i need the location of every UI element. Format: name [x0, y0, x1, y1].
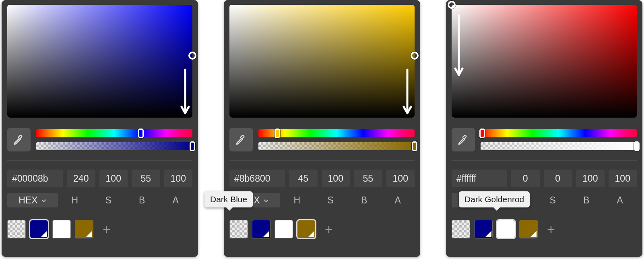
chevron-down-icon: [41, 195, 47, 206]
swatch-tooltip: Dark Goldenrod: [459, 191, 530, 207]
channel-label-a: A: [159, 193, 193, 207]
hex-input[interactable]: #8b6800: [229, 170, 285, 187]
swatch[interactable]: [75, 220, 93, 238]
channel-label-b: B: [125, 193, 159, 207]
color-picker-panel: #ffffff00100100HEXHSBAWhite+: [446, 0, 642, 257]
h-input[interactable]: 0: [511, 170, 540, 187]
eyedropper-button[interactable]: [7, 128, 31, 151]
channel-label-h: H: [280, 193, 314, 207]
chevron-down-icon: [263, 195, 269, 206]
swatch[interactable]: [297, 220, 316, 238]
channel-label-b: B: [570, 193, 603, 207]
s-input[interactable]: 100: [322, 170, 350, 187]
channel-label-b: B: [347, 193, 381, 207]
saturation-brightness-canvas[interactable]: [452, 5, 637, 118]
alpha-slider[interactable]: [36, 142, 192, 150]
hex-input[interactable]: #ffffff: [452, 170, 507, 187]
eyedropper-button[interactable]: [452, 128, 475, 151]
channel-label-s: S: [314, 193, 348, 207]
swatch[interactable]: [275, 220, 293, 238]
h-input[interactable]: 240: [67, 170, 95, 187]
b-input[interactable]: 55: [354, 170, 382, 187]
b-input[interactable]: 55: [132, 170, 160, 187]
color-picker-panel: #8b68004510055100HEXHSBADark Goldenrod+: [224, 0, 420, 257]
a-input[interactable]: 100: [164, 170, 193, 187]
color-mode-label: HEX: [19, 195, 37, 206]
swatch[interactable]: [452, 220, 470, 238]
swatch[interactable]: [497, 220, 515, 238]
swatches-row: +: [452, 220, 637, 238]
add-swatch-button[interactable]: +: [97, 220, 116, 238]
a-input[interactable]: 100: [386, 170, 415, 187]
channel-label-a: A: [603, 193, 637, 207]
alpha-slider-handle[interactable]: [634, 141, 640, 151]
swatch[interactable]: [229, 220, 248, 238]
h-input[interactable]: 45: [289, 170, 318, 187]
alpha-slider-handle[interactable]: [190, 141, 195, 151]
hue-slider-handle[interactable]: [138, 128, 144, 138]
swatch[interactable]: [252, 220, 270, 238]
swatch[interactable]: [52, 220, 71, 238]
color-picker-panel: #00008b24010055100HEXHSBADark Blue+: [2, 0, 198, 257]
hue-slider[interactable]: [258, 129, 415, 137]
color-mode-dropdown[interactable]: HEX: [7, 193, 58, 207]
hex-input[interactable]: #00008b: [7, 170, 63, 187]
s-input[interactable]: 100: [99, 170, 128, 187]
alpha-slider[interactable]: [481, 142, 637, 150]
add-swatch-button[interactable]: +: [320, 220, 338, 238]
s-input[interactable]: 0: [544, 170, 572, 187]
swatch[interactable]: [7, 220, 26, 238]
a-input[interactable]: 100: [609, 170, 637, 187]
eyedropper-button[interactable]: [229, 128, 253, 151]
add-swatch-button[interactable]: +: [542, 220, 560, 238]
hue-slider-handle[interactable]: [275, 128, 280, 138]
b-input[interactable]: 100: [576, 170, 605, 187]
alpha-slider[interactable]: [258, 142, 415, 150]
hue-slider-handle[interactable]: [479, 128, 485, 138]
swatch[interactable]: [30, 220, 48, 238]
swatch-tooltip: Dark Blue: [204, 191, 253, 207]
hue-slider[interactable]: [36, 129, 192, 137]
swatches-row: +: [7, 220, 192, 238]
saturation-brightness-canvas[interactable]: [229, 5, 415, 118]
channel-label-h: H: [58, 193, 92, 207]
hue-slider[interactable]: [481, 129, 637, 137]
channel-label-s: S: [536, 193, 570, 207]
swatch[interactable]: [519, 220, 538, 238]
channel-label-a: A: [381, 193, 415, 207]
swatch[interactable]: [474, 220, 493, 238]
saturation-brightness-canvas[interactable]: [7, 5, 192, 118]
channel-label-s: S: [92, 193, 126, 207]
swatches-row: +: [229, 220, 415, 238]
alpha-slider-handle[interactable]: [412, 141, 417, 151]
